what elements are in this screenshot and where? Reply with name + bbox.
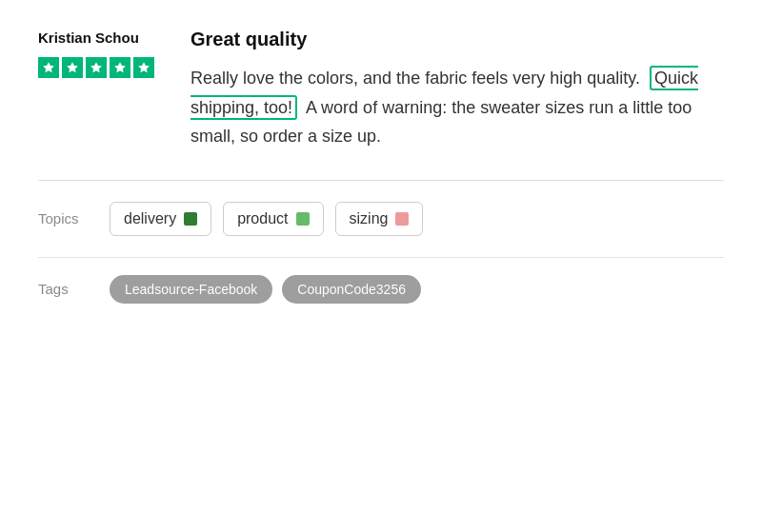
review-card: Kristian Schou Great quality Really love…	[0, 0, 762, 180]
topic-product[interactable]: product	[223, 202, 323, 236]
topic-delivery[interactable]: delivery	[110, 202, 211, 236]
star-1	[38, 57, 59, 78]
reviewer-name: Kristian Schou	[38, 29, 162, 48]
review-body-part1: Really love the colors, and the fabric f…	[190, 69, 640, 88]
topic-product-color	[296, 212, 310, 226]
review-body: Really love the colors, and the fabric f…	[190, 64, 724, 151]
topic-product-label: product	[237, 210, 288, 227]
star-4	[110, 57, 130, 78]
tags-label: Tags	[38, 281, 90, 297]
topics-list: delivery product sizing	[110, 202, 423, 236]
topic-sizing[interactable]: sizing	[335, 202, 424, 236]
reviewer-info: Kristian Schou	[38, 29, 162, 151]
topics-label: Topics	[38, 210, 90, 227]
tags-section: Tags Leadsource-Facebook CouponCode3256	[0, 258, 762, 321]
star-2	[62, 57, 83, 78]
tag-couponcode3256[interactable]: CouponCode3256	[282, 275, 421, 304]
review-content: Great quality Really love the colors, an…	[190, 29, 724, 151]
star-3	[86, 57, 107, 78]
review-title: Great quality	[190, 29, 724, 50]
topic-delivery-label: delivery	[124, 210, 176, 227]
topic-sizing-color	[395, 212, 409, 226]
tags-list: Leadsource-Facebook CouponCode3256	[110, 275, 421, 304]
star-5	[133, 57, 154, 78]
star-rating	[38, 57, 162, 78]
topic-delivery-color	[184, 212, 197, 226]
tag-leadsource-facebook[interactable]: Leadsource-Facebook	[110, 275, 272, 304]
topic-sizing-label: sizing	[350, 210, 389, 227]
topics-section: Topics delivery product sizing	[0, 181, 762, 257]
